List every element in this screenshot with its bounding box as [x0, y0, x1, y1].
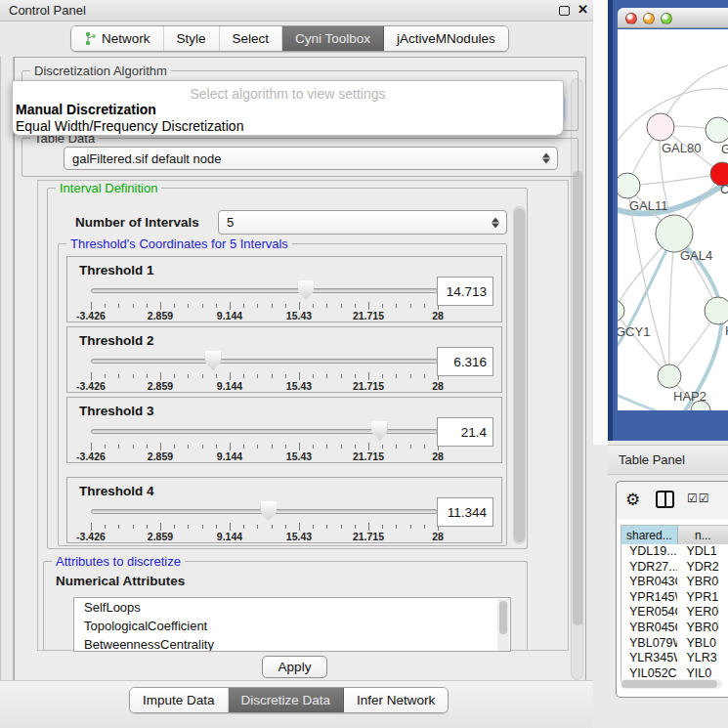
tab-impute-data[interactable]: Impute Data — [130, 688, 229, 712]
thresholds-group: Threshold's Coordinates for 5 Intervals … — [58, 243, 507, 546]
network-canvas[interactable]: GAL80GACGAL11GAL4GCY1HHAP2 — [618, 29, 728, 410]
network-node[interactable] — [647, 113, 674, 141]
slider-ticks — [91, 302, 438, 310]
tab-infer-network[interactable]: Infer Network — [344, 688, 448, 712]
tick-label: 15.43 — [286, 450, 312, 462]
checkbox-icons[interactable]: ☑☑ — [687, 492, 710, 505]
float-window-icon[interactable] — [559, 6, 570, 16]
cell-shared-name: YBL079W — [621, 636, 677, 652]
tick-label: 21.715 — [353, 380, 384, 392]
slider-thumb[interactable] — [297, 280, 314, 300]
table-row[interactable]: YER054CYER0 — [621, 605, 728, 621]
threshold-2-label: Threshold 2 — [79, 333, 154, 348]
popup-option-equal-width[interactable]: Equal Width/Frequency Discretization — [16, 118, 243, 134]
tick-label: 2.859 — [148, 380, 173, 392]
threshold-1-label: Threshold 1 — [79, 263, 154, 278]
numerical-attributes-list[interactable]: SelfLoopsTopologicalCoefficientBetweenne… — [73, 597, 511, 652]
apply-button[interactable]: Apply — [262, 656, 327, 678]
table-row[interactable]: YBR043CYBR0 — [621, 575, 728, 590]
number-of-intervals-combo[interactable]: 5 — [218, 210, 507, 235]
tick-label: 2.859 — [148, 531, 173, 542]
interval-definition-label: Interval Definition — [56, 181, 161, 195]
cell-shared-name: YBR045C — [621, 621, 677, 636]
interval-scrollbar-thumb[interactable] — [514, 208, 525, 542]
network-icon — [84, 31, 97, 46]
table-row[interactable]: YLR345WYLR3 — [621, 651, 728, 666]
minimize-traffic-light-icon[interactable] — [643, 13, 655, 24]
zoom-traffic-light-icon[interactable] — [661, 13, 672, 24]
cell-name: YDL1 — [677, 544, 728, 560]
network-node-label: GA — [721, 142, 728, 156]
column-header-name[interactable]: n... — [678, 526, 728, 544]
list-scrollbar[interactable] — [497, 599, 509, 652]
table-data-combo[interactable]: galFiltered.sif default node — [64, 147, 558, 170]
network-node[interactable] — [705, 297, 728, 324]
attribute-item[interactable]: BetweennessCentrality — [74, 635, 510, 652]
top-tab-group: NetworkStyleSelectCyni ToolboxjActiveMNo… — [70, 25, 509, 52]
network-node[interactable] — [618, 173, 640, 198]
network-window-titlebar[interactable] — [618, 8, 728, 28]
network-node[interactable] — [618, 300, 624, 321]
tab-discretize-data[interactable]: Discretize Data — [229, 688, 345, 712]
table-row[interactable]: YDL19...YDL1 — [621, 544, 728, 560]
tick-label: 15.43 — [286, 310, 312, 321]
table-hscrollbar[interactable] — [621, 679, 722, 689]
attribute-item[interactable]: SelfLoops — [74, 598, 510, 617]
tick-label: 21.715 — [353, 310, 384, 321]
cell-name: YBR0 — [677, 621, 728, 636]
network-window: GAL80GACGAL11GAL4GCY1HHAP2 — [618, 8, 728, 410]
close-icon[interactable]: ✕ — [578, 2, 588, 17]
tab-label: Cyni Toolbox — [295, 31, 370, 46]
threshold-3-value-field[interactable]: 21.4 — [437, 417, 493, 447]
threshold-1-value-field[interactable]: 14.713 — [437, 277, 493, 306]
threshold-2-value-field[interactable]: 6.316 — [437, 347, 493, 376]
panel-divider[interactable] — [593, 0, 608, 445]
table-row[interactable]: YPR145WYPR1 — [621, 590, 728, 606]
column-header-shared-name[interactable]: shared... — [621, 526, 678, 544]
slider-thumb[interactable] — [371, 421, 388, 441]
tick-label: 21.715 — [353, 450, 384, 462]
cell-shared-name: YPR145W — [621, 590, 677, 606]
table-data-value: galFiltered.sif default node — [72, 151, 221, 166]
tab-network[interactable]: Network — [71, 26, 164, 51]
number-of-intervals-value: 5 — [227, 215, 234, 230]
tick-label: 21.715 — [353, 531, 384, 542]
table-row[interactable]: YBL079WYBL0 — [621, 636, 728, 652]
panel-title: Control Panel — [9, 3, 86, 18]
popup-option-manual[interactable]: Manual Discretization — [16, 102, 156, 117]
close-traffic-light-icon[interactable] — [625, 13, 637, 24]
tick-label: 28 — [432, 450, 444, 462]
tab-cyni-toolbox[interactable]: Cyni Toolbox — [282, 26, 384, 51]
tick-label: 28 — [432, 380, 444, 392]
attribute-item[interactable]: TopologicalCoefficient — [74, 617, 510, 635]
network-node[interactable] — [656, 215, 693, 252]
tab-select[interactable]: Select — [220, 26, 283, 51]
cell-name: YBR0 — [677, 575, 728, 590]
slider-tick-labels: -3.4262.8599.14415.4321.71528 — [91, 531, 438, 542]
table-row[interactable]: YBR045CYBR0 — [621, 621, 728, 636]
tick-label: 9.144 — [217, 380, 242, 392]
tab-label: Impute Data — [143, 693, 215, 707]
table-header-row: shared... n... — [621, 526, 728, 544]
slider-thumb[interactable] — [205, 351, 222, 370]
split-columns-icon[interactable] — [656, 491, 674, 508]
cell-name: YDR2 — [677, 560, 728, 576]
table-body: YDL19...YDL1YDR27...YDR2YBR043CYBR0YPR14… — [621, 544, 728, 681]
threshold-2-slider-track[interactable] — [91, 359, 438, 364]
slider-thumb[interactable] — [260, 501, 277, 521]
network-node[interactable] — [658, 364, 681, 388]
popup-placeholder: Select algorithm to view settings — [13, 86, 563, 102]
bottom-tab-group: Impute DataDiscretize DataInfer Network — [129, 687, 449, 713]
panel-scrollbar-thumb[interactable] — [573, 171, 583, 625]
cell-shared-name: YBR043C — [621, 575, 677, 590]
cell-name: YER0 — [677, 605, 728, 621]
tab-jactivemnodules[interactable]: jActiveMNodules — [384, 26, 508, 51]
tick-label: 2.859 — [148, 310, 173, 321]
tick-label: 9.144 — [217, 450, 242, 462]
gear-icon[interactable]: ⚙ — [625, 490, 640, 510]
threshold-1-slider-track[interactable] — [91, 288, 438, 293]
table-row[interactable]: YDR27...YDR2 — [621, 560, 728, 576]
network-node[interactable] — [706, 117, 728, 143]
threshold-4-value-field[interactable]: 11.344 — [437, 497, 493, 527]
tab-style[interactable]: Style — [164, 26, 220, 51]
